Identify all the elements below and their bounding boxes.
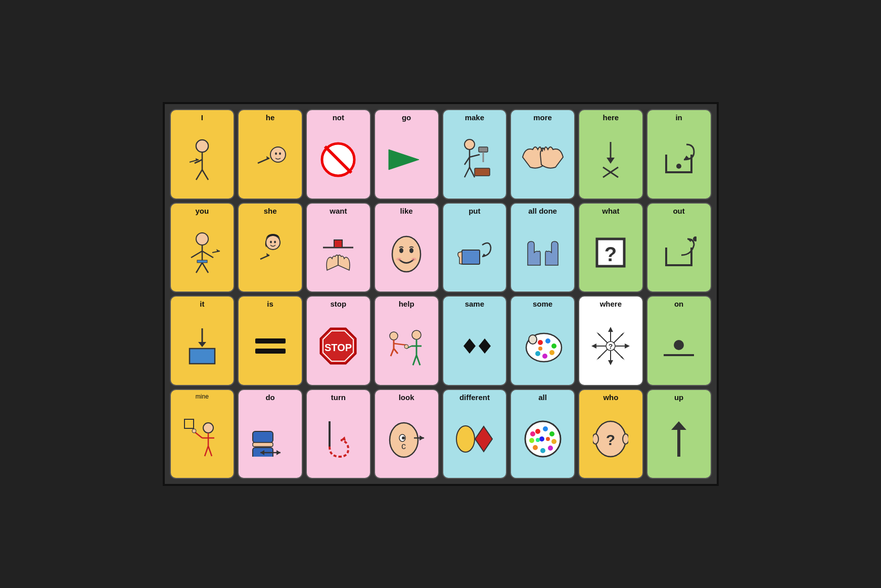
icon-more (513, 123, 572, 197)
label-want: want (330, 207, 347, 215)
cell-put[interactable]: put (442, 203, 507, 293)
cell-want[interactable]: want (306, 203, 371, 293)
icon-want (309, 216, 368, 290)
svg-line-12 (258, 158, 269, 163)
cell-she[interactable]: she (238, 203, 303, 293)
label-on: on (674, 300, 683, 308)
cell-who[interactable]: who ? (578, 389, 643, 479)
svg-point-49 (399, 248, 403, 253)
cell-in[interactable]: in (646, 109, 712, 200)
svg-line-21 (465, 167, 470, 177)
icon-mine (173, 401, 232, 476)
svg-marker-111 (276, 450, 281, 455)
icon-put (445, 216, 504, 290)
label-same: same (465, 300, 484, 308)
cell-it[interactable]: it (170, 296, 235, 386)
svg-rect-47 (334, 240, 342, 248)
svg-marker-72 (463, 338, 476, 354)
svg-marker-73 (479, 338, 491, 354)
cell-i[interactable]: I (170, 109, 235, 200)
label-stop: stop (331, 300, 347, 308)
cell-is[interactable]: is (238, 296, 303, 386)
svg-point-11 (279, 152, 281, 155)
cell-up[interactable]: up (646, 389, 712, 479)
icon-up (650, 403, 709, 476)
cell-do[interactable]: do (238, 389, 303, 479)
cell-go[interactable]: go (374, 109, 439, 200)
svg-point-125 (543, 426, 548, 431)
cell-out[interactable]: out (646, 203, 712, 293)
cell-where[interactable]: where ? (578, 296, 643, 386)
svg-marker-120 (420, 435, 424, 440)
svg-point-82 (538, 347, 542, 351)
svg-point-48 (392, 236, 421, 272)
icon-turn (309, 403, 368, 476)
label-like: like (400, 207, 413, 215)
cell-he[interactable]: he (238, 109, 303, 200)
svg-rect-53 (462, 250, 480, 264)
cell-more[interactable]: more (510, 109, 575, 200)
cell-same[interactable]: same (442, 296, 507, 386)
cell-look[interactable]: look c (374, 389, 439, 479)
svg-line-35 (202, 263, 208, 273)
svg-point-77 (545, 338, 550, 344)
cell-some[interactable]: some (510, 296, 575, 386)
svg-marker-27 (607, 158, 615, 164)
cell-help[interactable]: help (374, 296, 439, 386)
label-he: he (266, 113, 275, 122)
svg-text:c: c (401, 441, 406, 451)
cell-on[interactable]: on (646, 296, 712, 386)
svg-marker-86 (608, 360, 613, 365)
cell-all[interactable]: all (510, 389, 575, 479)
cell-turn[interactable]: turn (306, 389, 371, 479)
cell-mine[interactable]: mine (170, 389, 235, 479)
svg-point-51 (396, 258, 401, 261)
cell-make[interactable]: make (442, 109, 507, 200)
svg-text:?: ? (609, 342, 613, 351)
svg-point-128 (548, 446, 553, 451)
cell-not[interactable]: not (306, 109, 371, 200)
svg-point-76 (538, 340, 543, 345)
svg-point-71 (404, 345, 408, 349)
svg-rect-107 (253, 431, 273, 443)
svg-point-117 (402, 436, 405, 439)
cell-alldone[interactable]: all done (510, 203, 575, 293)
svg-line-22 (470, 167, 475, 177)
icon-help (377, 309, 436, 383)
label-mine: mine (196, 393, 209, 400)
svg-marker-84 (608, 327, 613, 332)
icon-alldone (513, 216, 572, 290)
svg-marker-88 (591, 344, 596, 349)
svg-point-135 (536, 438, 540, 442)
svg-point-131 (529, 438, 534, 443)
svg-text:STOP: STOP (324, 342, 352, 353)
svg-point-32 (196, 233, 208, 245)
svg-point-67 (390, 332, 398, 340)
cell-you[interactable]: you (170, 203, 235, 293)
cell-stop[interactable]: stop STOP (306, 296, 371, 386)
svg-rect-61 (190, 349, 215, 364)
icon-what: ? (581, 216, 640, 290)
icon-on (650, 309, 709, 383)
svg-marker-96 (621, 332, 625, 336)
svg-point-42 (270, 241, 272, 243)
svg-marker-141 (671, 421, 686, 430)
cell-what[interactable]: what ? (578, 203, 643, 293)
aac-board: I he (163, 102, 719, 486)
svg-point-124 (535, 429, 540, 434)
icon-i (173, 123, 232, 197)
icon-she (241, 216, 300, 290)
cell-like[interactable]: like (374, 203, 439, 293)
svg-marker-114 (341, 436, 346, 440)
label-not: not (333, 113, 344, 122)
cell-here[interactable]: here (578, 109, 643, 200)
svg-line-37 (202, 251, 213, 258)
cell-different[interactable]: different (442, 389, 507, 479)
icon-different (445, 403, 504, 476)
icon-look: c (377, 403, 436, 476)
svg-rect-63 (255, 349, 286, 354)
svg-point-10 (275, 152, 277, 155)
svg-marker-60 (198, 342, 206, 347)
label-up: up (674, 393, 683, 402)
label-in: in (675, 113, 682, 122)
